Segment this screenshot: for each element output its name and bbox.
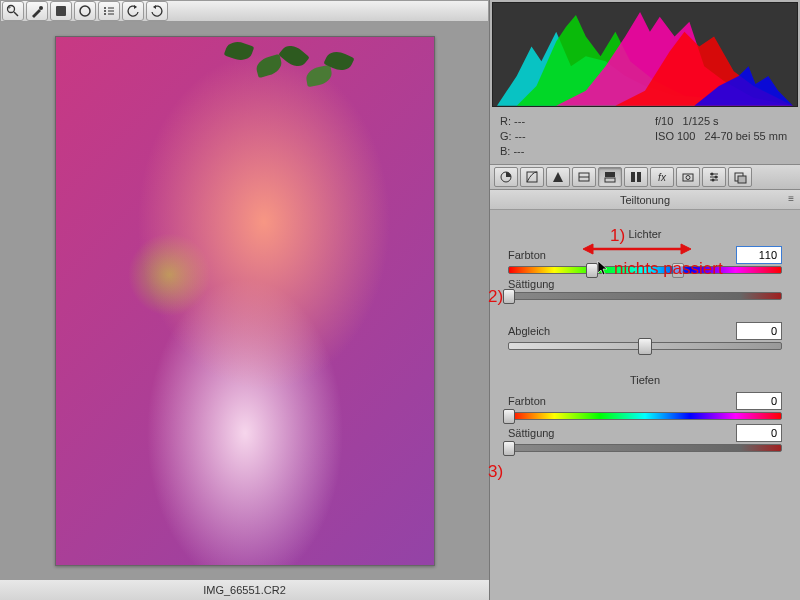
top-toolbar: +: [0, 0, 489, 22]
tab-curve[interactable]: [520, 167, 544, 187]
svg-point-8: [104, 13, 106, 15]
highlights-hue-slider[interactable]: [508, 266, 782, 274]
exif-aperture: f/10: [655, 115, 673, 127]
filename-label: IMG_66551.CR2: [0, 580, 489, 600]
highlights-sat-label: Sättigung: [508, 278, 554, 290]
exif-shutter: 1/125 s: [683, 115, 719, 127]
exif-b: B: ---: [500, 144, 635, 159]
panel-header: Teiltonung ≡: [490, 190, 800, 210]
svg-rect-13: [527, 172, 537, 182]
rotate-cw-tool[interactable]: [146, 1, 168, 21]
tab-detail[interactable]: [546, 167, 570, 187]
highlights-hue-label: Farbton: [508, 249, 546, 261]
zoom-tool[interactable]: +: [2, 1, 24, 21]
svg-point-5: [80, 6, 90, 16]
tab-presets[interactable]: [702, 167, 726, 187]
shadows-hue-label: Farbton: [508, 395, 546, 407]
balance-handle[interactable]: [638, 338, 652, 355]
annotation-3: 3): [488, 462, 503, 482]
svg-point-3: [39, 6, 43, 10]
tab-lens[interactable]: [624, 167, 648, 187]
tab-split-toning[interactable]: [598, 167, 622, 187]
rotate-ccw-tool[interactable]: [122, 1, 144, 21]
svg-rect-4: [56, 6, 66, 16]
highlights-hue-value[interactable]: [736, 246, 782, 264]
svg-point-6: [104, 7, 106, 9]
shadows-sat-label: Sättigung: [508, 427, 554, 439]
shadows-sat-slider[interactable]: [508, 444, 782, 452]
histogram[interactable]: [492, 2, 798, 107]
svg-point-25: [711, 173, 714, 176]
svg-text:+: +: [7, 4, 11, 11]
svg-rect-18: [631, 172, 635, 182]
svg-rect-16: [605, 172, 615, 177]
panel-menu-icon[interactable]: ≡: [788, 193, 794, 204]
svg-rect-19: [637, 172, 641, 182]
shadows-sat-handle[interactable]: [503, 441, 515, 456]
svg-point-7: [104, 10, 106, 12]
cursor-icon: [597, 260, 611, 279]
highlights-sat-slider[interactable]: [508, 292, 782, 300]
panel-title: Teiltonung: [620, 194, 670, 206]
preview-photo: [55, 36, 435, 566]
ellipse-tool[interactable]: [74, 1, 96, 21]
balance-value[interactable]: [736, 322, 782, 340]
svg-line-1: [14, 12, 18, 16]
list-tool[interactable]: [98, 1, 120, 21]
shadows-hue-handle[interactable]: [503, 409, 515, 424]
exif-g: G: ---: [500, 129, 635, 144]
svg-point-21: [686, 176, 690, 180]
shadows-hue-value[interactable]: [736, 392, 782, 410]
square-tool[interactable]: [50, 1, 72, 21]
exif-r: R: ---: [500, 114, 635, 129]
svg-point-26: [715, 176, 718, 179]
tab-camera[interactable]: [676, 167, 700, 187]
shadows-hue-slider[interactable]: [508, 412, 782, 420]
highlights-sat-handle[interactable]: [503, 289, 515, 304]
shadows-title: Tiefen: [508, 374, 782, 386]
exif-iso: ISO 100: [655, 130, 695, 142]
tab-fx[interactable]: fx: [650, 167, 674, 187]
highlights-hue-handle-ghost[interactable]: [672, 263, 684, 278]
balance-label: Abgleich: [508, 325, 550, 337]
panel-tabs: fx: [490, 164, 800, 190]
svg-rect-29: [738, 176, 746, 183]
tab-basic[interactable]: [494, 167, 518, 187]
image-canvas[interactable]: [0, 22, 489, 580]
svg-point-27: [712, 179, 715, 182]
highlights-title: Lichter: [508, 228, 782, 240]
exif-info: R: --- G: --- B: --- f/10 1/125 s ISO 10…: [490, 109, 800, 164]
exif-lens: 24-70 bei 55 mm: [705, 130, 788, 142]
balance-slider[interactable]: [508, 342, 782, 350]
tab-hsl[interactable]: [572, 167, 596, 187]
annotation-2: 2): [488, 287, 503, 307]
shadows-sat-value[interactable]: [736, 424, 782, 442]
tab-snapshots[interactable]: [728, 167, 752, 187]
brush-tool[interactable]: [26, 1, 48, 21]
svg-rect-17: [605, 178, 615, 182]
